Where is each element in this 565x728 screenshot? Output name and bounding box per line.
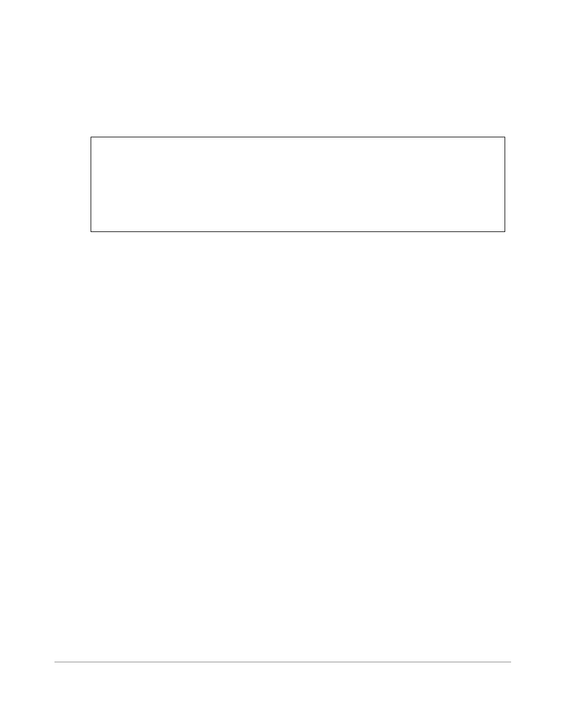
footer-divider [54,662,511,662]
content-box [91,137,505,232]
